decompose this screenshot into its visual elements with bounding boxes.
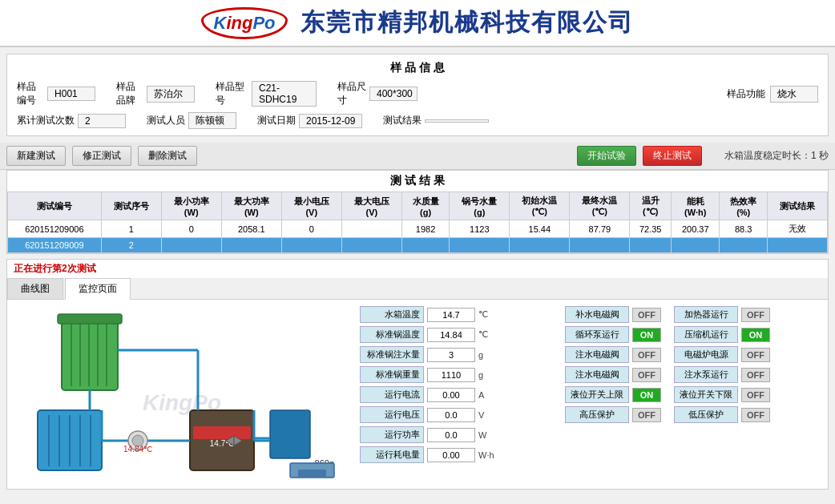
diagram-area: KingPo	[14, 306, 350, 482]
readings-panel: 水箱温度 14.7 ℃ 标准锅温度 14.84 ℃ 标准锅注水量 3 g 标准锅…	[360, 306, 555, 482]
modify-test-button[interactable]: 修正测试	[72, 146, 131, 166]
reading-row-energy: 运行耗电量 0.00 W·h	[360, 446, 555, 463]
reading-row-water-in: 标准锅注水量 3 g	[360, 346, 555, 363]
value-size: 400*300	[369, 87, 418, 101]
svg-rect-33	[298, 470, 326, 478]
col-init-temp: 初始水温(℃)	[510, 192, 570, 220]
ctrl-label-high-pressure: 高压保护	[565, 406, 629, 423]
ctrl-status-low-pressure: OFF	[741, 408, 770, 422]
reading-row-voltage: 运行电压 0.0 V	[360, 406, 555, 423]
ctrl-status-high-pressure: OFF	[632, 408, 661, 422]
col-max-volt: 最大电压(V)	[341, 192, 401, 220]
control-row-high-pressure: 高压保护 OFF 低压保护 OFF	[565, 406, 821, 423]
new-test-button[interactable]: 新建测试	[6, 146, 66, 166]
reading-value-voltage: 0.0	[427, 408, 475, 422]
reading-value-water-in: 3	[427, 348, 475, 362]
label-function: 样品功能	[727, 87, 765, 101]
svg-text:14.84℃: 14.84℃	[123, 445, 152, 454]
ctrl-status-water-solenoid: OFF	[632, 308, 661, 322]
label-count: 累计测试次数	[17, 114, 75, 127]
reading-row-tank-temp: 水箱温度 14.7 ℃	[360, 306, 555, 323]
svg-rect-23	[270, 410, 310, 458]
reading-unit-energy: W·h	[478, 450, 498, 460]
col-min-power: 最小功率(W)	[161, 192, 221, 220]
ctrl-status-level-high: ON	[632, 388, 661, 402]
ctrl-label-pump: 循环泵运行	[565, 326, 629, 343]
stop-test-button[interactable]: 终止测试	[643, 146, 702, 166]
reading-label-tank-temp: 水箱温度	[360, 306, 424, 323]
logo-po: Po	[252, 13, 275, 33]
value-sample-id: H001	[47, 87, 95, 101]
tab-monitor[interactable]: 监控页面	[65, 278, 131, 300]
stable-time-text: 水箱温度稳定时长：1 秒	[724, 149, 829, 163]
label-date: 测试日期	[257, 114, 296, 127]
col-pot-water: 锅号水量(g)	[450, 192, 510, 220]
col-efficiency: 热效率(%)	[720, 192, 767, 220]
ctrl-status-induction-power: OFF	[741, 348, 770, 362]
company-name: 东莞市精邦机械科技有限公司	[301, 6, 634, 39]
reading-label-pot-weight: 标准锅重量	[360, 366, 424, 383]
start-test-button[interactable]: 开始试验	[577, 146, 636, 166]
ctrl-label-heater: 加热器运行	[674, 306, 738, 323]
monitor-section: 正在进行第2次测试 曲线图 监控页面 KingPo	[6, 259, 829, 490]
control-row-pump: 循环泵运行 ON 压缩机运行 ON	[565, 326, 821, 343]
results-table: 测试编号 测试序号 最小功率(W) 最大功率(W) 最小电压(V) 最大电压(V…	[7, 192, 828, 253]
reading-value-energy: 0.00	[427, 448, 475, 462]
process-diagram: KingPo	[14, 306, 350, 482]
value-person: 陈顿顿	[188, 112, 236, 129]
control-row-level-high: 液位开关上限 ON 液位开关下限 OFF	[565, 386, 821, 403]
reading-label-water-in: 标准锅注水量	[360, 346, 424, 363]
svg-rect-8	[58, 314, 122, 324]
controls-panel: 补水电磁阀 OFF 加热器运行 OFF 循环泵运行 ON 压缩机运行 ON 注水…	[565, 306, 821, 482]
reading-value-pot-weight: 1110	[427, 368, 475, 382]
reading-label-voltage: 运行电压	[360, 406, 424, 423]
toolbar: 新建测试 修正测试 删除测试 开始试验 终止测试 水箱温度稳定时长：1 秒	[0, 143, 835, 170]
reading-label-power: 运行功率	[360, 426, 424, 443]
label-brand: 样品品牌	[116, 80, 143, 107]
ctrl-label-fill-solenoid2: 注水电磁阀	[565, 366, 629, 383]
control-row-water-solenoid: 补水电磁阀 OFF 加热器运行 OFF	[565, 306, 821, 323]
reading-value-pot-temp: 14.84	[427, 328, 475, 342]
value-function: 烧水	[770, 86, 818, 103]
label-size: 样品尺寸	[337, 80, 366, 107]
header: KingPo 东莞市精邦机械科技有限公司	[0, 0, 835, 47]
ctrl-label-low-pressure: 低压保护	[674, 406, 738, 423]
reading-value-power: 0.0	[427, 428, 475, 442]
control-row-fill-solenoid2: 注水电磁阀 OFF 注水泵运行 OFF	[565, 366, 821, 383]
svg-rect-2	[62, 318, 118, 390]
ctrl-label-level-low: 液位开关下限	[674, 386, 738, 403]
svg-rect-16	[193, 426, 251, 439]
reading-label-energy: 运行耗电量	[360, 446, 424, 463]
test-results-section: 测 试 结 果 测试编号 测试序号 最小功率(W) 最大功率(W) 最小电压(V…	[6, 170, 829, 254]
reading-row-current: 运行电流 0.00 A	[360, 386, 555, 403]
ctrl-label-compressor: 压缩机运行	[674, 326, 738, 343]
reading-value-tank-temp: 14.7	[427, 308, 475, 322]
col-max-power: 最大功率(W)	[221, 192, 281, 220]
ctrl-status-fill-solenoid2: OFF	[632, 368, 661, 382]
sample-info-title: 样 品 信 息	[17, 61, 818, 75]
table-row[interactable]: 6201512090092	[8, 238, 828, 253]
label-sample-id: 样品编号	[17, 80, 44, 107]
col-test-id: 测试编号	[8, 192, 102, 220]
logo-king: K	[213, 13, 226, 33]
logo-area: KingPo 东莞市精邦机械科技有限公司	[201, 6, 633, 39]
col-result: 测试结果	[767, 192, 827, 220]
value-count: 2	[78, 114, 126, 128]
logo-king2: ing	[226, 13, 252, 33]
delete-test-button[interactable]: 删除测试	[138, 146, 197, 166]
reading-value-current: 0.00	[427, 388, 475, 402]
ctrl-label-fill-pump: 注水泵运行	[674, 366, 738, 383]
table-row[interactable]: 620151209006102058.101982112315.4487.797…	[8, 220, 828, 238]
monitor-content: KingPo	[7, 300, 828, 489]
control-row-fill-solenoid: 注水电磁阀 OFF 电磁炉电源 OFF	[565, 346, 821, 363]
reading-unit-current: A	[478, 390, 498, 400]
ctrl-status-fill-pump: OFF	[741, 368, 770, 382]
value-date: 2015-12-09	[299, 114, 362, 128]
ctrl-status-compressor: ON	[741, 328, 770, 342]
reading-row-power: 运行功率 0.0 W	[360, 426, 555, 443]
tab-chart[interactable]: 曲线图	[7, 278, 63, 299]
col-seq: 测试序号	[101, 192, 161, 220]
running-status-text: 正在进行第2次测试	[7, 260, 828, 278]
reading-label-current: 运行电流	[360, 386, 424, 403]
ctrl-status-level-low: OFF	[741, 388, 770, 402]
